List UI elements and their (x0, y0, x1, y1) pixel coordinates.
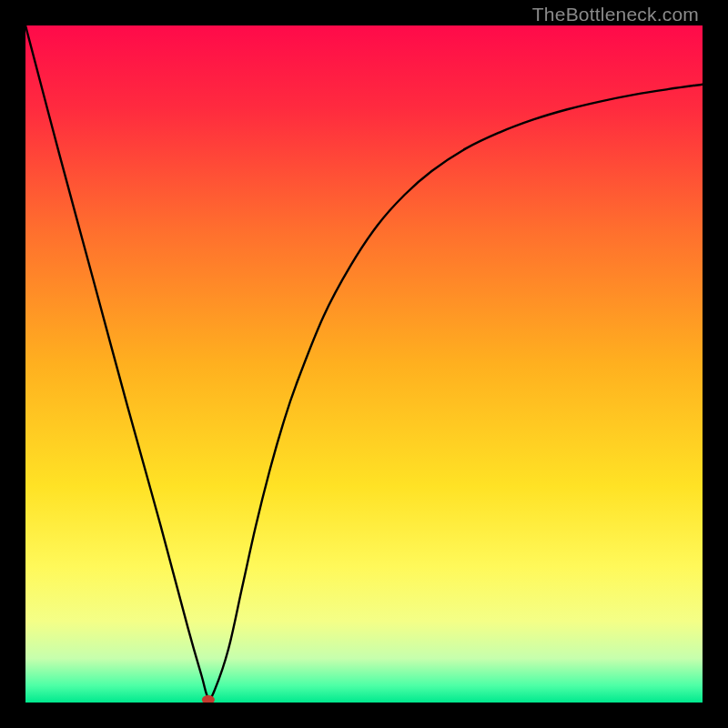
watermark-text: TheBottleneck.com (532, 4, 699, 25)
plot-frame (25, 25, 703, 703)
chart-curve-layer (25, 25, 703, 703)
bottleneck-curve (25, 25, 703, 699)
